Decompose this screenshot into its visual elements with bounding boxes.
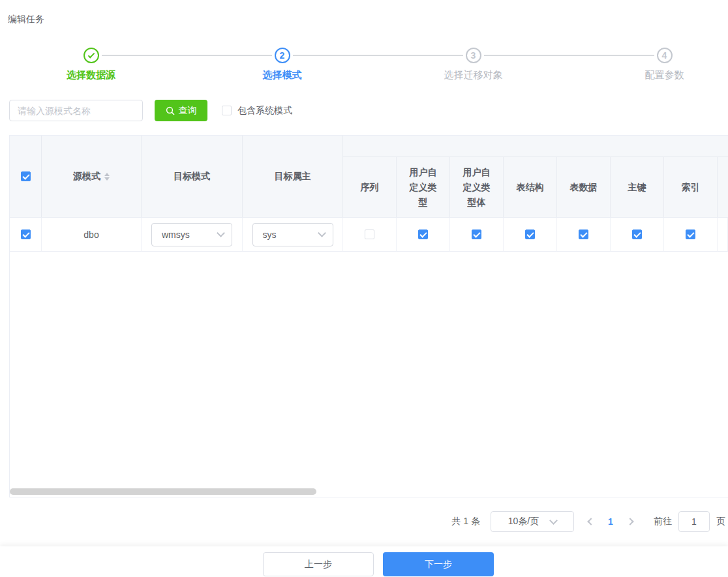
chevron-down-icon bbox=[318, 229, 326, 237]
horizontal-scrollbar-thumb[interactable] bbox=[10, 488, 316, 495]
cell-primary-key bbox=[611, 218, 664, 251]
target-schema-select[interactable]: wmsys bbox=[151, 223, 232, 246]
page-unit-label: 页 bbox=[716, 516, 725, 527]
header-source-schema-label: 源模式 bbox=[73, 171, 100, 183]
step-connector bbox=[293, 55, 378, 56]
schema-table: 源模式 目标模式 目标属主 序列 用户自定义类型 用户自定义类型体 表结构 表数… bbox=[9, 135, 728, 497]
cell-index bbox=[664, 218, 718, 251]
table-header: 源模式 目标模式 目标属主 序列 用户自定义类型 用户自定义类型体 表结构 表数… bbox=[10, 136, 728, 218]
sequence-checkbox[interactable] bbox=[365, 229, 374, 239]
header-table-data: 表数据 bbox=[557, 157, 611, 217]
chevron-left-icon bbox=[587, 518, 594, 525]
header-target-owner: 目标属主 bbox=[243, 136, 343, 217]
object-group-header-top bbox=[343, 136, 728, 157]
toolbar: 查询 包含系统模式 bbox=[9, 100, 728, 121]
total-count: 共 1 条 bbox=[451, 516, 480, 527]
table-data-checkbox[interactable] bbox=[579, 229, 588, 239]
table-row: dbo wmsys sys bbox=[10, 218, 728, 252]
cell-table-structure bbox=[504, 218, 557, 251]
step-connector bbox=[484, 55, 569, 56]
step-1-circle bbox=[83, 48, 99, 63]
pagination: 共 1 条 10条/页 1 前往 页 bbox=[0, 511, 725, 532]
step-select-objects: 3 选择迁移对象 bbox=[378, 48, 569, 81]
check-icon bbox=[87, 51, 95, 58]
cell-user-defined-type-body bbox=[450, 218, 504, 251]
goto-label: 前往 bbox=[654, 516, 672, 527]
query-button[interactable]: 查询 bbox=[155, 100, 207, 121]
cell-partial-column bbox=[718, 218, 728, 251]
header-index: 索引 bbox=[664, 157, 718, 217]
step-connector bbox=[569, 55, 654, 56]
step-configure-params: 4 配置参数 bbox=[569, 48, 728, 81]
include-system-schema-option[interactable]: 包含系统模式 bbox=[222, 105, 292, 117]
header-primary-key: 主键 bbox=[611, 157, 664, 217]
user-defined-type-checkbox[interactable] bbox=[418, 229, 428, 239]
cell-target-schema: wmsys bbox=[142, 218, 243, 251]
header-user-defined-type-body: 用户自定义类型体 bbox=[450, 157, 504, 217]
header-sequence: 序列 bbox=[343, 157, 397, 217]
page-title: 编辑任务 bbox=[0, 0, 728, 24]
chevron-right-icon bbox=[626, 518, 633, 525]
row-select-checkbox[interactable] bbox=[21, 229, 31, 239]
next-page-button[interactable] bbox=[620, 511, 641, 532]
step-connector bbox=[102, 55, 187, 56]
step-2-circle: 2 bbox=[275, 48, 290, 63]
cell-table-data bbox=[557, 218, 611, 251]
step-wizard: 选择数据源 2 选择模式 3 选择迁移对象 4 配置参数 bbox=[0, 48, 728, 88]
search-icon bbox=[166, 106, 175, 115]
cell-target-owner: sys bbox=[243, 218, 343, 251]
step-connector bbox=[187, 55, 272, 56]
include-system-checkbox[interactable] bbox=[222, 106, 232, 115]
next-step-button[interactable]: 下一步 bbox=[383, 552, 494, 576]
target-owner-value: sys bbox=[263, 229, 319, 240]
include-system-label: 包含系统模式 bbox=[237, 105, 292, 117]
step-1-label: 选择数据源 bbox=[0, 69, 187, 81]
cell-user-defined-type bbox=[397, 218, 450, 251]
sort-icon[interactable] bbox=[104, 170, 110, 183]
current-page[interactable]: 1 bbox=[601, 516, 620, 527]
chevron-down-icon bbox=[549, 516, 558, 525]
cell-sequence bbox=[343, 218, 397, 251]
header-target-schema: 目标模式 bbox=[142, 136, 243, 217]
prev-page-button[interactable] bbox=[581, 511, 601, 532]
index-checkbox[interactable] bbox=[686, 229, 695, 239]
sort-desc-icon bbox=[104, 177, 110, 183]
goto-page-input[interactable] bbox=[678, 511, 710, 532]
header-source-schema: 源模式 bbox=[42, 136, 142, 217]
primary-key-checkbox[interactable] bbox=[632, 229, 642, 239]
header-partial-column bbox=[718, 157, 728, 217]
step-select-datasource: 选择数据源 bbox=[0, 48, 187, 81]
step-3-label: 选择迁移对象 bbox=[378, 69, 569, 81]
wizard-footer: 上一步 下一步 bbox=[0, 546, 728, 577]
previous-step-button[interactable]: 上一步 bbox=[263, 552, 374, 576]
query-button-label: 查询 bbox=[179, 105, 197, 117]
page-size-select[interactable]: 10条/页 bbox=[491, 511, 574, 532]
sort-asc-icon bbox=[104, 170, 110, 176]
step-2-label: 选择模式 bbox=[187, 69, 378, 81]
header-table-structure: 表结构 bbox=[504, 157, 557, 217]
user-defined-type-body-checkbox[interactable] bbox=[472, 229, 481, 239]
select-all-checkbox[interactable] bbox=[21, 171, 31, 181]
step-select-schema: 2 选择模式 bbox=[187, 48, 378, 81]
target-schema-value: wmsys bbox=[162, 229, 218, 240]
header-user-defined-type: 用户自定义类型 bbox=[397, 157, 450, 217]
step-4-label: 配置参数 bbox=[569, 69, 728, 81]
step-connector bbox=[378, 55, 463, 56]
source-schema-search-input[interactable] bbox=[9, 100, 143, 121]
cell-source-schema: dbo bbox=[42, 218, 142, 251]
table-structure-checkbox[interactable] bbox=[525, 229, 535, 239]
select-all-cell bbox=[10, 136, 42, 217]
object-group-header: 序列 用户自定义类型 用户自定义类型体 表结构 表数据 主键 索引 bbox=[343, 136, 728, 217]
chevron-down-icon bbox=[217, 229, 225, 237]
page-size-value: 10条/页 bbox=[508, 516, 539, 527]
target-owner-select[interactable]: sys bbox=[252, 223, 333, 246]
row-select-cell bbox=[10, 218, 42, 251]
step-4-circle: 4 bbox=[657, 48, 673, 63]
step-3-circle: 3 bbox=[466, 48, 481, 63]
